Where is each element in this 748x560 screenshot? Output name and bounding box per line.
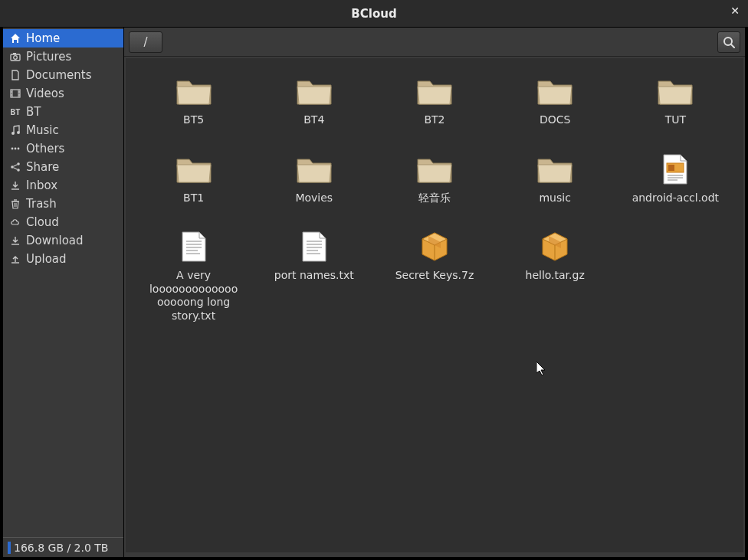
sidebar-item-label: Upload <box>26 252 67 266</box>
sidebar-item-label: Others <box>26 142 64 156</box>
svg-line-19 <box>14 165 18 167</box>
camera-icon <box>9 51 21 63</box>
trash-icon <box>9 198 21 210</box>
sidebar-item-upload[interactable]: Upload <box>3 250 123 268</box>
sidebar-item-bt[interactable]: BTBT <box>3 103 123 121</box>
sidebar-item-music[interactable]: Music <box>3 121 123 139</box>
file-item[interactable]: 轻音乐 <box>381 150 488 208</box>
sidebar-item-label: Cloud <box>26 215 59 229</box>
window-body: HomePicturesDocumentsVideosBTBTMusicOthe… <box>0 28 748 560</box>
sidebar-item-download[interactable]: Download <box>3 231 123 250</box>
svg-point-15 <box>18 148 20 150</box>
svg-point-13 <box>11 148 14 150</box>
svg-point-11 <box>17 131 20 134</box>
toolbar: / <box>124 28 745 57</box>
folder-icon <box>176 75 212 107</box>
svg-point-18 <box>17 169 20 172</box>
doc-icon <box>9 69 21 81</box>
svg-line-29 <box>731 44 734 47</box>
path-label: / <box>143 35 147 49</box>
status-bar: 166.8 GB / 2.0 TB <box>3 537 123 557</box>
file-item[interactable]: port names.txt <box>261 228 368 326</box>
dots-icon <box>9 142 21 155</box>
file-item[interactable]: android-accl.odt <box>622 150 729 208</box>
sidebar-item-label: Download <box>26 234 84 247</box>
titlebar: BCloud ✕ <box>0 0 748 28</box>
file-item[interactable]: music <box>501 150 609 208</box>
folder-icon <box>536 75 573 107</box>
bt-icon: BT <box>9 106 21 118</box>
folder-icon <box>536 153 573 185</box>
folder-icon <box>416 75 453 107</box>
file-item[interactable]: TUT <box>622 72 729 130</box>
window-title: BCloud <box>351 7 396 21</box>
music-icon <box>9 124 21 136</box>
file-label: TUT <box>665 113 686 127</box>
share-icon <box>9 161 21 173</box>
sidebar-item-label: Videos <box>26 87 64 100</box>
svg-point-14 <box>15 148 17 150</box>
file-label: DOCS <box>540 113 570 127</box>
main-pane: / BT5 BT4 BT2 DOCS TUT <box>124 28 745 557</box>
sidebar-item-videos[interactable]: Videos <box>3 84 123 103</box>
sidebar-item-label: Inbox <box>26 178 57 192</box>
sidebar-item-trash[interactable]: Trash <box>3 195 123 213</box>
svg-point-17 <box>11 165 14 169</box>
sidebar-item-label: Pictures <box>26 50 71 64</box>
file-item[interactable]: A very loooooooooooooooooong long story.… <box>140 228 248 326</box>
sidebar-item-label: Home <box>26 31 60 45</box>
download-icon <box>9 179 21 192</box>
file-label: BT4 <box>303 113 324 127</box>
sidebar-item-inbox[interactable]: Inbox <box>3 176 123 195</box>
svg-point-1 <box>14 56 18 60</box>
sidebar: HomePicturesDocumentsVideosBTBTMusicOthe… <box>3 28 124 557</box>
file-grid: BT5 BT4 BT2 DOCS TUT BT1 Movies 轻音乐 musi… <box>133 72 736 326</box>
upload-icon <box>9 253 21 265</box>
file-label: hello.tar.gz <box>526 269 585 283</box>
folder-icon <box>176 153 212 185</box>
folder-icon <box>296 75 333 107</box>
app-window: BCloud ✕ HomePicturesDocumentsVideosBTBT… <box>0 0 748 560</box>
file-item[interactable]: Movies <box>261 150 368 208</box>
sidebar-item-documents[interactable]: Documents <box>3 66 123 84</box>
file-item[interactable]: BT2 <box>381 72 488 130</box>
sidebar-list: HomePicturesDocumentsVideosBTBTMusicOthe… <box>3 28 123 537</box>
file-item[interactable]: hello.tar.gz <box>501 228 609 326</box>
sidebar-item-share[interactable]: Share <box>3 158 123 176</box>
archive-icon <box>536 231 573 263</box>
file-pane[interactable]: BT5 BT4 BT2 DOCS TUT BT1 Movies 轻音乐 musi… <box>126 58 743 552</box>
file-item[interactable]: Secret Keys.7z <box>381 228 488 326</box>
archive-icon <box>416 231 453 263</box>
file-label: port names.txt <box>274 269 354 283</box>
file-label: A very loooooooooooooooooong long story.… <box>148 269 240 323</box>
txt-icon <box>296 231 333 263</box>
svg-line-20 <box>14 168 18 170</box>
file-label: BT2 <box>424 113 445 127</box>
sidebar-item-others[interactable]: Others <box>3 139 123 158</box>
film-icon <box>9 87 21 100</box>
sidebar-item-label: Music <box>26 123 59 137</box>
file-label: BT1 <box>183 192 204 205</box>
file-item[interactable]: DOCS <box>501 72 609 130</box>
sidebar-item-label: BT <box>26 105 41 119</box>
file-item[interactable]: BT4 <box>261 72 368 130</box>
sidebar-item-label: Trash <box>26 197 57 211</box>
folder-icon <box>657 75 694 107</box>
sidebar-item-label: Documents <box>26 68 92 82</box>
download-icon <box>9 234 21 247</box>
sidebar-item-cloud[interactable]: Cloud <box>3 213 123 231</box>
file-item[interactable]: BT5 <box>140 72 248 130</box>
file-label: 轻音乐 <box>418 192 451 205</box>
cloud-icon <box>9 216 21 228</box>
folder-icon <box>296 153 333 185</box>
search-button[interactable] <box>717 31 740 53</box>
file-label: music <box>539 192 570 205</box>
odt-icon <box>657 153 694 185</box>
file-label: android-accl.odt <box>632 192 719 205</box>
sidebar-item-pictures[interactable]: Pictures <box>3 47 123 66</box>
file-item[interactable]: BT1 <box>140 150 248 208</box>
file-label: Secret Keys.7z <box>395 269 474 283</box>
close-icon[interactable]: ✕ <box>728 5 742 18</box>
sidebar-item-home[interactable]: Home <box>3 29 123 47</box>
path-button-root[interactable]: / <box>129 31 162 53</box>
